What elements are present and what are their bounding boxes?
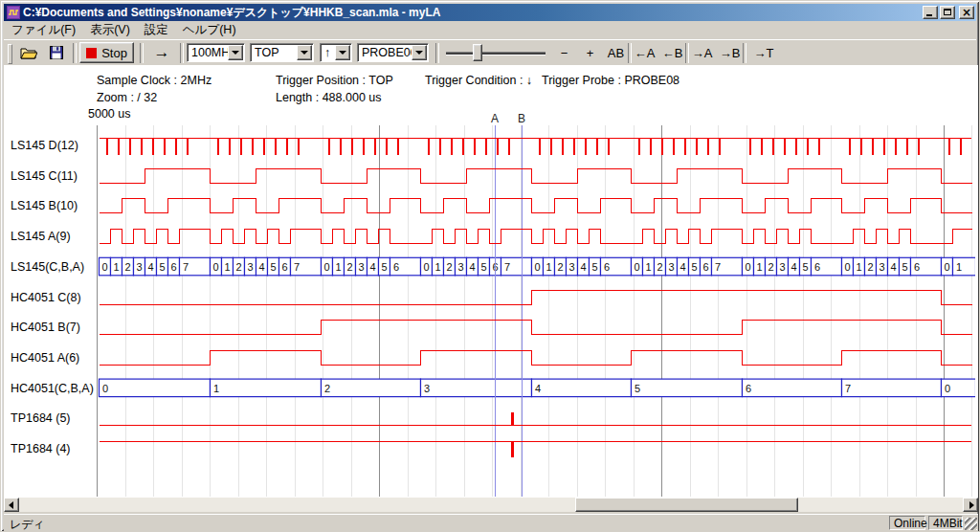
close-button[interactable]: × <box>959 6 974 19</box>
zoom-slider[interactable] <box>442 42 549 63</box>
bus-value: 5 <box>591 261 597 273</box>
trigger-probe-combo[interactable]: PROBE00 <box>357 43 429 62</box>
waveform-client-area: Sample Clock : 2MHz Trigger Position : T… <box>4 65 978 498</box>
bus-value: 4 <box>258 261 264 273</box>
bus-value: 0 <box>102 383 108 394</box>
bus-value: 1 <box>546 261 551 273</box>
trace-ls145-b-10 <box>100 199 972 213</box>
bus-value: 3 <box>424 383 430 394</box>
bus-value: 5 <box>902 261 907 273</box>
save-button[interactable] <box>44 42 69 63</box>
maximize-icon <box>944 9 951 15</box>
dropdown-arrow-icon[interactable] <box>228 45 243 60</box>
bus-cell <box>532 379 632 397</box>
trace-ls145-a-9 <box>100 230 972 244</box>
maximize-button[interactable] <box>940 6 955 19</box>
bus-value: 1 <box>645 261 651 273</box>
scroll-right-button[interactable] <box>963 498 978 512</box>
floppy-disk-icon <box>50 46 63 59</box>
menu-item-3[interactable]: ヘルプ(H) <box>176 20 243 40</box>
bus-value: 5 <box>381 261 387 273</box>
toolbar-separator <box>685 43 689 63</box>
toolbar-separator <box>743 43 746 63</box>
bus-value: 4 <box>679 261 685 273</box>
menu-item-0[interactable]: ファイル(F) <box>5 20 82 40</box>
dropdown-arrow-icon[interactable] <box>412 45 427 60</box>
bus-value: 1 <box>856 261 861 273</box>
bus-value: 0 <box>423 261 429 273</box>
bus-value: 0 <box>101 261 107 273</box>
bus-value: 2 <box>657 261 662 273</box>
bus-cell <box>100 379 211 397</box>
trace-ls145-c-11 <box>100 168 972 183</box>
trigger-position-combo[interactable]: TOP <box>250 43 314 62</box>
close-icon: × <box>960 6 973 19</box>
slider-thumb[interactable] <box>473 44 482 61</box>
bus-value: 4 <box>147 261 153 273</box>
bus-value: 3 <box>457 261 463 273</box>
scroll-left-button[interactable] <box>4 498 19 512</box>
bus-value: 1 <box>756 261 762 273</box>
zoom-button-+[interactable]: + <box>579 42 601 63</box>
toolbar-separator <box>180 43 184 63</box>
slider-groove <box>446 52 546 55</box>
bus-value: 6 <box>914 261 920 273</box>
stop-button[interactable]: Stop <box>79 42 134 63</box>
run-button[interactable]: → <box>146 42 177 63</box>
bus-value: 4 <box>890 261 896 273</box>
bus-value: 0 <box>323 261 329 273</box>
toolbar-separator <box>73 43 77 63</box>
resize-grip-icon[interactable] <box>965 518 977 530</box>
menu-item-2[interactable]: 設定 <box>138 20 175 40</box>
bus-rows: 0123456701234567012345601234567012345601… <box>100 257 976 396</box>
bus-value: 2 <box>557 261 563 273</box>
bus-value: 3 <box>879 261 884 273</box>
trigger-probe-value: PROBE00 <box>358 46 412 59</box>
sample-clock-combo[interactable]: 100MHz <box>187 43 245 62</box>
jump-button-←A[interactable]: ←A <box>633 42 657 63</box>
bus-value: 6 <box>814 261 820 273</box>
bus-value: 3 <box>358 261 364 273</box>
bus-value: 6 <box>746 383 751 394</box>
jump-button-←B[interactable]: ←B <box>660 42 684 63</box>
horizontal-scrollbar[interactable] <box>4 498 978 512</box>
jump-button-→B[interactable]: →B <box>718 42 742 63</box>
minimize-button[interactable] <box>923 6 938 19</box>
open-file-button[interactable] <box>15 42 42 63</box>
sample-clock-value: 100MHz <box>188 46 228 59</box>
bus-value: 1 <box>213 383 219 394</box>
zoom-button-AB[interactable]: AB <box>605 42 627 63</box>
bus-value: 3 <box>136 261 142 273</box>
jump-button-→A[interactable]: →A <box>690 42 714 63</box>
dropdown-arrow-icon[interactable] <box>297 45 312 60</box>
bus-value: 7 <box>504 261 510 273</box>
bus-value: 0 <box>212 261 218 273</box>
bus-value: 5 <box>802 261 808 273</box>
trigger-edge-combo[interactable]: ↑ <box>320 43 352 62</box>
scrollbar-thumb[interactable] <box>575 498 798 512</box>
bus-value: 2 <box>867 261 873 273</box>
bus-value: 4 <box>535 383 541 394</box>
toolbar-separator <box>435 43 439 63</box>
window-title: C:¥Documents and Settings¥noname¥デスクトップ¥… <box>23 5 921 21</box>
zoom-button-−[interactable]: − <box>553 42 575 63</box>
bus-value: 2 <box>346 261 352 273</box>
trace-hc4051-c-8 <box>100 290 972 304</box>
dropdown-arrow-icon[interactable] <box>335 45 350 60</box>
status-online-badge: Online <box>889 516 925 530</box>
stop-icon <box>86 48 97 58</box>
bus-value: 3 <box>779 261 785 273</box>
bus-value: 6 <box>702 261 708 273</box>
trace-hc4051-b-7 <box>100 321 972 335</box>
status-bar: レディ Online 4MBit <box>4 514 978 531</box>
bus-value: 2 <box>768 261 773 273</box>
bus-cell <box>211 379 322 397</box>
toolbar: Stop → 100MHz TOP ↑ PROBE00 <box>4 39 976 66</box>
toolbar-grip[interactable] <box>8 44 12 64</box>
scroll-left-icon <box>9 501 13 509</box>
jump-to-trigger-button[interactable]: →T <box>749 42 778 63</box>
menu-item-1[interactable]: 表示(V) <box>83 20 137 40</box>
title-bar[interactable]: C:¥Documents and Settings¥noname¥デスクトップ¥… <box>4 4 976 21</box>
timing-diagram: 0123456701234567012345601234567012345601… <box>4 65 978 498</box>
scroll-right-icon <box>969 501 974 509</box>
